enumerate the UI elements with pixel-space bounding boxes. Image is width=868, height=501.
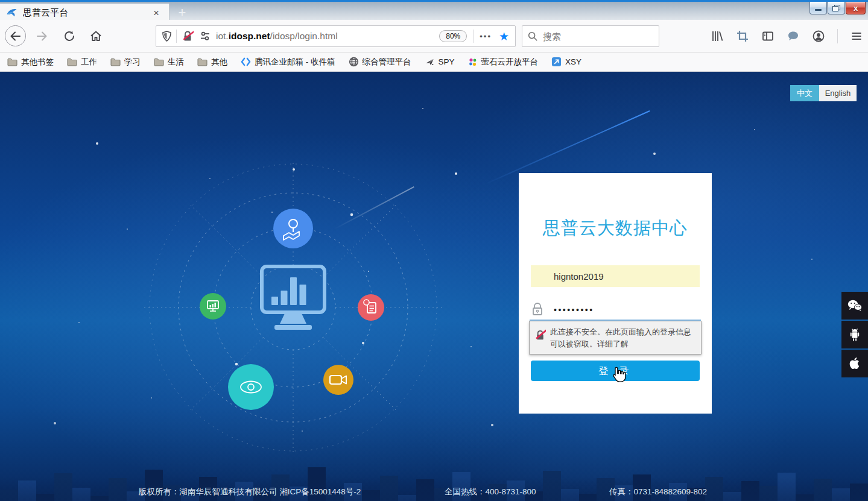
footer-copyright: 版权所有：湖南华辰智通科技有限公司 湘ICP备15001448号-2 xyxy=(139,487,361,497)
bookmark-label: 工作 xyxy=(81,57,97,68)
permissions-icon[interactable] xyxy=(199,31,211,42)
bookmark-label: 萤石云开放平台 xyxy=(481,57,539,68)
bookmark-label: XSY xyxy=(565,57,581,66)
restore-icon xyxy=(832,5,840,11)
tab-title: 思普云平台 xyxy=(23,7,150,19)
account-icon[interactable] xyxy=(812,30,825,43)
forward-arrow-icon xyxy=(34,29,49,43)
android-app-button[interactable] xyxy=(841,321,868,348)
bookmark-folder-work[interactable]: 工作 xyxy=(67,57,97,68)
window-restore-button[interactable] xyxy=(828,2,845,14)
chat-bubble-icon[interactable] xyxy=(787,30,800,43)
divider xyxy=(837,29,838,43)
url-subdomain: iot. xyxy=(216,31,229,41)
insecure-login-warning: 此连接不安全。在此页面输入的登录信息可以被窃取。详细了解 xyxy=(529,321,702,354)
zoom-level-badge[interactable]: 80% xyxy=(439,30,467,42)
bookmark-label: 其他书签 xyxy=(21,57,54,68)
bookmark-star-icon[interactable]: ★ xyxy=(499,30,509,43)
learn-more-link[interactable]: 详细了解 xyxy=(597,339,629,348)
wechat-button[interactable] xyxy=(841,292,868,320)
bookmark-label: 其他 xyxy=(211,57,227,68)
satellite-report-icon xyxy=(358,294,384,321)
screenshot-crop-icon[interactable] xyxy=(736,30,749,43)
app-download-sidebar xyxy=(841,292,868,377)
language-toggle: 中文 English xyxy=(790,85,857,101)
bookmark-folder-life[interactable]: 生活 xyxy=(154,57,184,68)
window-close-button[interactable]: x xyxy=(846,2,866,14)
page-actions-button[interactable]: ••• xyxy=(480,32,492,41)
ezviz-dots-icon xyxy=(468,57,478,67)
insecure-lock-icon xyxy=(534,329,546,342)
browser-tab[interactable]: 思普云平台 × xyxy=(0,4,169,22)
window-minimize-button[interactable] xyxy=(809,2,827,14)
tab-close-icon[interactable]: × xyxy=(150,7,163,19)
folder-icon xyxy=(110,58,121,66)
bookmark-folder-study[interactable]: 学习 xyxy=(110,57,141,68)
browser-window: 思普云平台 × + x xyxy=(0,0,868,501)
bookmark-management-platform[interactable]: 综合管理平台 xyxy=(349,57,411,68)
ios-app-button[interactable] xyxy=(841,350,868,377)
bookmark-folder-misc[interactable]: 其他 xyxy=(197,57,227,68)
new-tab-button[interactable]: + xyxy=(174,5,191,20)
library-icon[interactable] xyxy=(711,30,724,43)
search-input[interactable] xyxy=(543,31,645,42)
address-bar[interactable]: iot.idosp.net/idosp/login.html 80% ••• ★ xyxy=(156,25,516,47)
satellite-monitor-icon xyxy=(200,293,226,320)
reload-button[interactable] xyxy=(62,29,77,43)
login-panel: 思普云大数据中心 ••••••••• 此连接不安全。在此页面输入的登录信 xyxy=(519,173,712,414)
bookmark-ezviz[interactable]: 萤石云开放平台 xyxy=(468,57,539,68)
footer-gradient xyxy=(0,477,868,501)
lang-chinese-button[interactable]: 中文 xyxy=(790,85,819,101)
reload-icon xyxy=(62,29,77,43)
plane-icon xyxy=(425,57,435,67)
satellite-map-icon xyxy=(273,209,313,248)
bookmark-label: 生活 xyxy=(168,57,184,68)
bookmark-label: 综合管理平台 xyxy=(363,57,411,68)
bookmark-label: SPY xyxy=(439,57,455,66)
menu-hamburger-icon[interactable] xyxy=(850,30,863,43)
bookmark-xsy[interactable]: XSY xyxy=(551,57,581,67)
url-domain: idosp.net xyxy=(229,31,270,41)
back-arrow-icon xyxy=(8,29,23,43)
platform-radar-graphic xyxy=(142,157,444,458)
home-button[interactable] xyxy=(89,29,103,43)
password-field[interactable]: ••••••••• xyxy=(531,298,700,320)
bookmark-folder-other-bookmarks[interactable]: 其他书签 xyxy=(7,57,54,68)
satellite-camera-icon xyxy=(323,365,353,395)
favicon-swallow-icon xyxy=(6,8,17,17)
username-input[interactable] xyxy=(531,265,700,287)
folder-icon xyxy=(7,58,17,66)
sidebar-toggle-icon[interactable] xyxy=(761,30,775,43)
divider xyxy=(473,30,474,43)
globe-icon xyxy=(349,57,359,67)
bookmark-spy[interactable]: SPY xyxy=(425,57,455,67)
url-text[interactable]: iot.idosp.net/idosp/login.html xyxy=(216,31,439,42)
xsy-icon xyxy=(551,57,562,67)
bookmarks-toolbar: 其他书签 工作 学习 生活 其他 腾讯企业邮箱 - 收件箱 综合管理平台 SP xyxy=(0,52,868,72)
login-title: 思普云大数据中心 xyxy=(519,216,712,241)
lang-english-button[interactable]: English xyxy=(819,85,857,101)
folder-icon xyxy=(197,58,207,66)
lock-icon xyxy=(531,302,544,317)
tencent-mail-icon xyxy=(241,57,251,66)
login-button[interactable]: 登 录 xyxy=(531,361,700,381)
nav-toolbar: iot.idosp.net/idosp/login.html 80% ••• ★ xyxy=(0,20,868,52)
minimize-icon xyxy=(815,9,822,11)
home-icon xyxy=(89,29,103,43)
bookmark-tencent-mail[interactable]: 腾讯企业邮箱 - 收件箱 xyxy=(241,57,335,68)
folder-icon xyxy=(154,58,164,66)
tracking-shield-icon[interactable] xyxy=(161,30,173,42)
apple-icon xyxy=(848,356,861,371)
forward-button[interactable] xyxy=(34,29,49,43)
android-icon xyxy=(848,327,861,342)
warning-text: 此连接不安全。在此页面输入的登录信息可以被窃取。详细了解 xyxy=(550,326,696,354)
search-bar[interactable] xyxy=(522,25,659,47)
titlebar: 思普云平台 × + x xyxy=(0,0,868,20)
folder-icon xyxy=(67,58,77,66)
satellite-eye-icon xyxy=(228,364,274,410)
close-icon: x xyxy=(854,4,858,13)
stars-decoration xyxy=(0,72,1,73)
back-button[interactable] xyxy=(5,25,26,46)
insecure-lock-icon[interactable] xyxy=(182,30,194,42)
wechat-icon xyxy=(847,299,863,312)
